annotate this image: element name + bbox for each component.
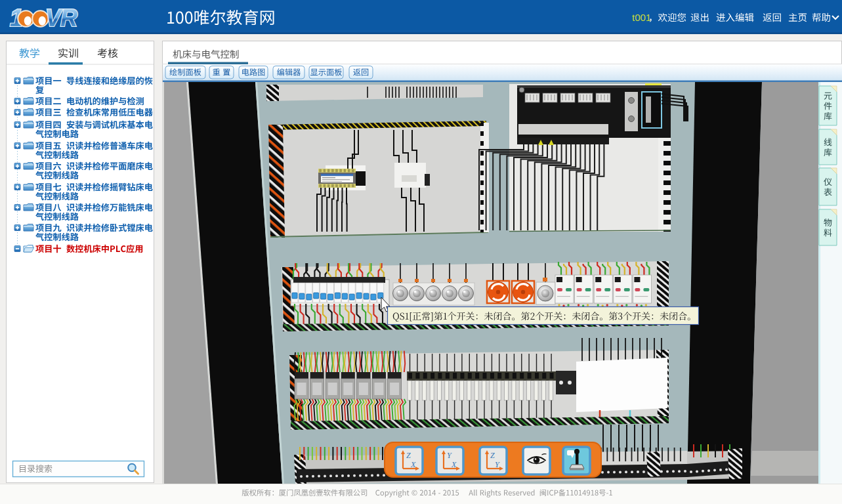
svg-text:X: X (410, 460, 416, 469)
svg-text:t001: t001 (632, 12, 651, 23)
svg-text:Z: Z (406, 451, 411, 460)
svg-text:Z: Z (490, 451, 495, 460)
svg-text:VR: VR (45, 5, 77, 32)
svg-text:X: X (451, 460, 457, 469)
